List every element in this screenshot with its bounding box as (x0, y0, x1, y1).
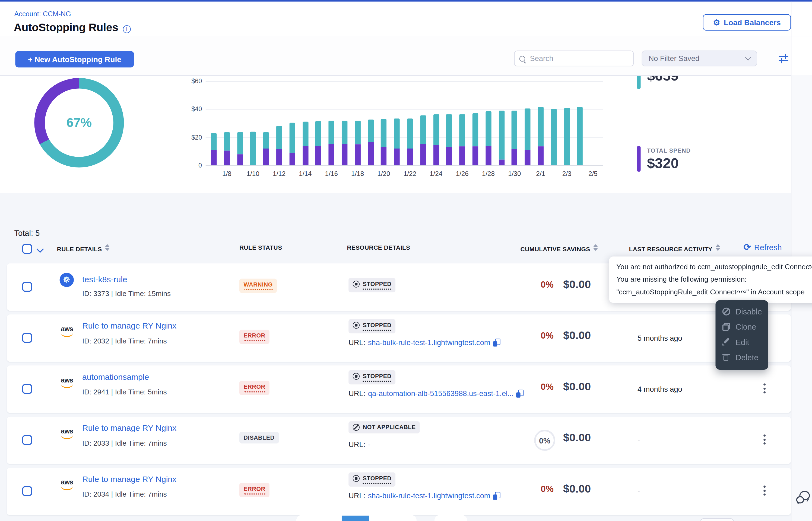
col-rule-details[interactable]: RULE DETAILS (57, 244, 110, 252)
x-axis-label: 1/26 (456, 170, 468, 178)
select-all-checkbox[interactable] (22, 244, 32, 254)
rule-name-link[interactable]: Rule to manage RY Nginx (82, 424, 176, 433)
stacked-bar (342, 120, 347, 165)
x-axis-label: 1/18 (351, 170, 364, 178)
tooltip-line: You are missing the following permission… (616, 273, 812, 286)
page-title: AutoStopping Rules (14, 21, 118, 34)
menu-item-delete[interactable]: Delete (715, 350, 768, 365)
resource-url-link[interactable]: sha-bulk-rule-test-1.lightwingtest.com (368, 492, 490, 500)
menu-item-label: Disable (735, 307, 762, 316)
rule-name-link[interactable]: Rule to manage RY Nginx (82, 475, 176, 484)
help-chat-icon[interactable] (796, 491, 810, 505)
rule-name-link[interactable]: automationsample (82, 372, 149, 382)
row-checkbox[interactable] (22, 333, 32, 343)
table-row[interactable]: awsRule to manage RY NginxID: 2033 | Idl… (7, 417, 791, 464)
savings-segment (394, 118, 400, 149)
total-spend-marker (637, 146, 641, 172)
rule-status-badge: ERROR (239, 330, 270, 344)
spend-segment (276, 149, 282, 166)
sort-icon[interactable] (593, 244, 598, 250)
resource-url-link[interactable]: - (368, 440, 370, 449)
sort-icon[interactable] (715, 244, 720, 250)
savings-segment (381, 119, 386, 147)
x-axis-label: 2/3 (562, 170, 572, 178)
y-axis-label: 0 (174, 162, 202, 169)
rule-name-link[interactable]: Rule to manage RY Nginx (82, 321, 176, 331)
savings-percent: 0% (512, 280, 554, 290)
load-balancers-button[interactable]: ⚙ Load Balancers (703, 14, 791, 30)
x-axis-label: 1/10 (247, 170, 259, 178)
rule-meta: ID: 2941 | Idle Time: 5mins (82, 388, 167, 396)
table-row[interactable]: awsautomationsampleID: 2941 | Idle Time:… (7, 365, 791, 413)
stacked-bar (538, 107, 543, 165)
stopped-icon (353, 281, 360, 288)
row-menu-kebab[interactable] (762, 485, 767, 496)
spend-segment (486, 146, 491, 165)
savings-segment (276, 126, 282, 149)
resource-url-link[interactable]: qa-automation-alb-515563988.us-east-1.el… (368, 389, 514, 398)
row-checkbox[interactable] (22, 384, 32, 394)
copy-icon[interactable] (493, 338, 500, 346)
pagination-next-button[interactable] (434, 515, 467, 521)
stacked-bar (525, 108, 530, 165)
savings-stat-value: $659 (647, 75, 679, 84)
stacked-bar (224, 132, 230, 165)
stacked-bar (276, 126, 282, 165)
savings-segment (512, 111, 517, 149)
savings-donut-chart: 67% (34, 78, 124, 167)
stacked-bar (329, 120, 334, 165)
total-spend-label: TOTAL SPEND (647, 148, 691, 154)
stacked-bar (433, 114, 439, 165)
spend-segment (237, 154, 243, 165)
stacked-bar (577, 107, 583, 165)
row-menu-kebab[interactable] (762, 434, 767, 445)
rule-status-badge: DISABLED (239, 432, 279, 444)
savings-segment (486, 111, 491, 146)
aws-icon: aws (60, 326, 74, 337)
rule-status-badge: ERROR (239, 483, 270, 497)
last-activity: - (638, 487, 640, 496)
row-menu-kebab[interactable] (762, 383, 767, 393)
autostopping-rules-page: Account: CCM-NG AutoStopping Rules i ⚙ L… (0, 0, 812, 521)
row-checkbox[interactable] (22, 486, 32, 496)
menu-item-disable[interactable]: Disable (715, 304, 768, 319)
stacked-bar (302, 122, 308, 165)
kubernetes-icon: ☸ (60, 273, 74, 287)
savings-segment (355, 120, 360, 144)
breadcrumb-account-link[interactable]: Account: CCM-NG (14, 10, 71, 18)
spend-segment (407, 149, 413, 165)
row-checkbox[interactable] (22, 281, 32, 292)
savings-segment (211, 133, 217, 150)
rule-name-link[interactable]: test-k8s-rule (82, 275, 127, 285)
row-context-menu: DisableCloneEditDelete (715, 300, 768, 369)
stacked-bar (472, 114, 478, 166)
spend-segment (459, 146, 465, 165)
edit-icon (723, 338, 730, 346)
refresh-button[interactable]: ⟳ Refresh (743, 243, 782, 252)
resource-url-link[interactable]: sha-bulk-rule-test-1.lightwingtest.com (368, 338, 490, 346)
x-axis-label: 1/16 (325, 170, 338, 178)
table-row[interactable]: awsRule to manage RY NginxID: 2034 | Idl… (7, 468, 791, 515)
menu-item-label: Edit (735, 338, 749, 346)
col-last-resource-activity[interactable]: LAST RESOURCE ACTIVITY (629, 244, 720, 252)
info-icon[interactable]: i (123, 25, 131, 33)
search-input-wrap[interactable] (514, 51, 634, 66)
sort-icon[interactable] (105, 244, 110, 250)
pagination-active-page[interactable] (342, 516, 369, 521)
not-applicable-icon (353, 424, 360, 431)
resource-url: URL:qa-automation-alb-515563988.us-east-… (348, 389, 523, 398)
filter-panel-icon[interactable] (779, 54, 788, 62)
stopped-icon (353, 373, 360, 380)
menu-item-clone[interactable]: Clone (715, 319, 768, 334)
table-row[interactable]: awsRule to manage RY NginxID: 2032 | Idl… (7, 314, 791, 362)
copy-icon[interactable] (493, 492, 500, 500)
new-autostopping-rule-button[interactable]: + New AutoStopping Rule (15, 51, 134, 67)
x-axis-label: 1/12 (273, 170, 285, 178)
bottom-right-button[interactable] (700, 518, 734, 521)
spend-segment (329, 144, 334, 165)
col-cumulative-savings[interactable]: CUMULATIVE SAVINGS (520, 244, 598, 252)
saved-filter-select[interactable]: No Filter Saved (642, 51, 757, 66)
search-input[interactable] (529, 54, 628, 63)
menu-item-edit[interactable]: Edit (715, 335, 768, 350)
row-checkbox[interactable] (22, 435, 32, 445)
